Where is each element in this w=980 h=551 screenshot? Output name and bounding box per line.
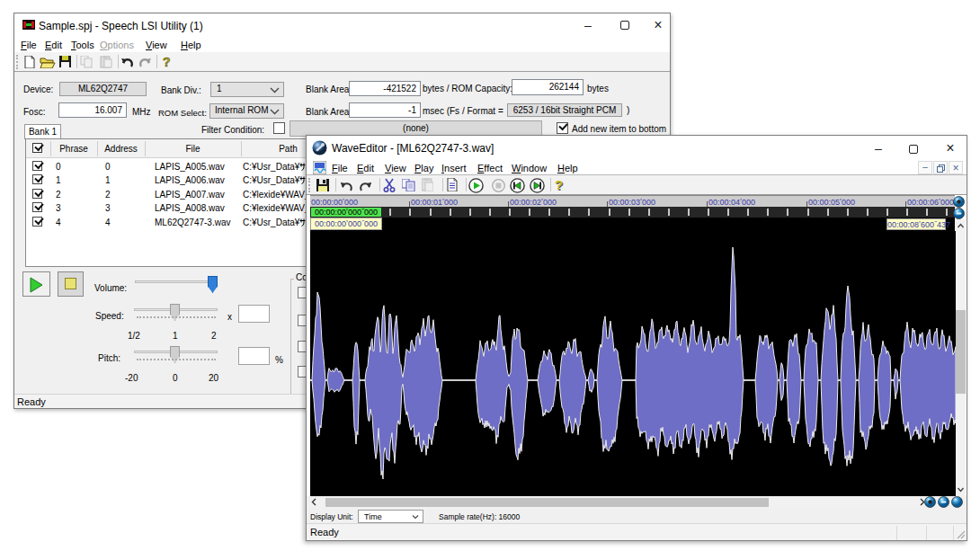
svg-text:?: ? (163, 56, 171, 68)
